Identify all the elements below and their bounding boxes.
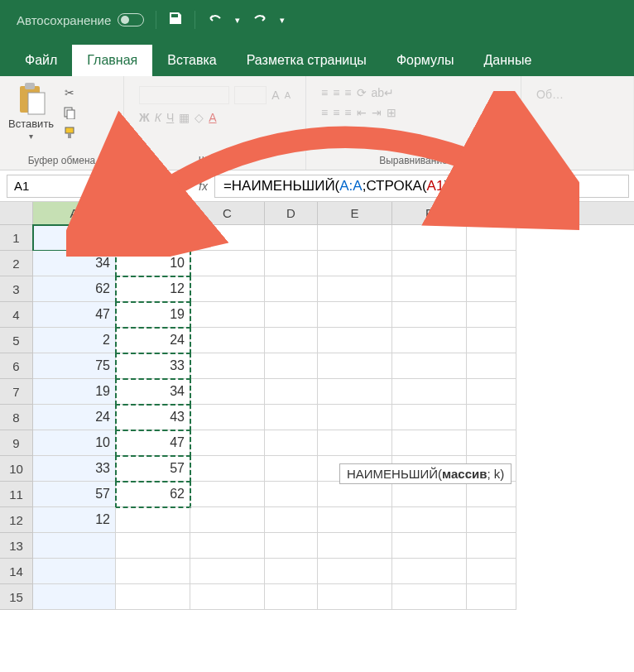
increase-font-icon[interactable]: A bbox=[271, 89, 279, 102]
row-header[interactable]: 5 bbox=[0, 328, 33, 353]
tab-formulas[interactable]: Формулы bbox=[382, 45, 469, 76]
col-header-b[interactable]: B bbox=[116, 202, 190, 224]
cell[interactable]: 19 bbox=[33, 379, 116, 405]
orientation-icon[interactable]: ⟳ bbox=[357, 86, 367, 99]
confirm-icon[interactable]: ✓ bbox=[168, 178, 192, 194]
cell[interactable] bbox=[190, 507, 265, 533]
row-header[interactable]: 2 bbox=[0, 251, 33, 276]
cell[interactable]: 10 bbox=[33, 430, 116, 456]
cell[interactable] bbox=[33, 559, 116, 584]
cell[interactable] bbox=[467, 302, 516, 328]
cell[interactable] bbox=[467, 225, 516, 251]
fill-color-icon[interactable]: ◇ bbox=[195, 111, 204, 124]
cell[interactable]: 43 bbox=[33, 225, 116, 251]
cell[interactable] bbox=[265, 225, 318, 251]
cell[interactable]: 19 bbox=[116, 302, 190, 328]
cell[interactable] bbox=[318, 302, 392, 328]
align-top-icon[interactable]: ≡ bbox=[321, 86, 328, 99]
row-header[interactable]: 4 bbox=[0, 302, 33, 328]
cell[interactable]: 33 bbox=[116, 353, 190, 379]
row-header[interactable]: 3 bbox=[0, 276, 33, 302]
font-size-select[interactable] bbox=[234, 86, 267, 104]
cell[interactable] bbox=[190, 251, 265, 276]
cell[interactable] bbox=[392, 559, 467, 584]
cell[interactable] bbox=[392, 302, 467, 328]
cell[interactable] bbox=[318, 276, 392, 302]
cell[interactable] bbox=[392, 276, 467, 302]
cell[interactable] bbox=[392, 430, 467, 456]
cell[interactable] bbox=[190, 328, 265, 353]
chevron-down-icon[interactable]: ▾ bbox=[280, 15, 285, 26]
cell[interactable] bbox=[467, 430, 516, 456]
formula-input[interactable]: =НАИМЕНЬШИЙ(A:A;СТРОКА(A1)) bbox=[214, 175, 629, 198]
cell[interactable]: 12 bbox=[33, 507, 116, 533]
cell[interactable] bbox=[190, 559, 265, 584]
col-header-a[interactable]: A bbox=[33, 202, 116, 224]
row-header[interactable]: 6 bbox=[0, 353, 33, 379]
cell[interactable] bbox=[318, 251, 392, 276]
cell[interactable] bbox=[467, 251, 516, 276]
cell[interactable]: 43 bbox=[116, 405, 190, 430]
cell[interactable]: 10 bbox=[116, 251, 190, 276]
chevron-down-icon[interactable]: ▾ bbox=[235, 15, 240, 26]
fx-icon[interactable]: fx bbox=[192, 180, 214, 193]
row-header[interactable]: 1 bbox=[0, 225, 33, 251]
cell[interactable] bbox=[467, 405, 516, 430]
autosave-toggle[interactable]: Автосохранение bbox=[17, 13, 144, 27]
cell[interactable] bbox=[116, 584, 190, 610]
cell[interactable] bbox=[467, 507, 516, 533]
col-header-e[interactable]: E bbox=[318, 202, 392, 224]
cell[interactable] bbox=[318, 328, 392, 353]
tab-layout[interactable]: Разметка страницы bbox=[232, 45, 382, 76]
cell[interactable]: 62 bbox=[33, 276, 116, 302]
cell[interactable] bbox=[392, 328, 467, 353]
cell[interactable] bbox=[318, 559, 392, 584]
tab-home[interactable]: Главная bbox=[72, 45, 152, 76]
cancel-icon[interactable]: ✕ bbox=[144, 178, 168, 194]
cell[interactable] bbox=[265, 584, 318, 610]
merge-cells-icon[interactable]: ⊞ bbox=[387, 106, 396, 119]
redo-icon[interactable] bbox=[252, 12, 268, 29]
cell[interactable] bbox=[265, 559, 318, 584]
row-header[interactable]: 13 bbox=[0, 533, 33, 559]
toggle-icon[interactable] bbox=[118, 13, 144, 26]
cell[interactable] bbox=[467, 328, 516, 353]
cell[interactable] bbox=[116, 559, 190, 584]
cell[interactable] bbox=[265, 507, 318, 533]
row-header[interactable]: 10 bbox=[0, 456, 33, 482]
cell[interactable] bbox=[190, 456, 265, 482]
cell[interactable] bbox=[318, 353, 392, 379]
font-name-select[interactable] bbox=[139, 86, 229, 104]
cell[interactable] bbox=[392, 405, 467, 430]
cell[interactable] bbox=[190, 533, 265, 559]
cell[interactable] bbox=[265, 276, 318, 302]
cell[interactable] bbox=[392, 225, 467, 251]
cell[interactable] bbox=[318, 584, 392, 610]
cell[interactable] bbox=[190, 302, 265, 328]
cell[interactable]: 2 bbox=[33, 328, 116, 353]
cell[interactable]: 47 bbox=[116, 430, 190, 456]
cell[interactable] bbox=[467, 276, 516, 302]
align-center-icon[interactable]: ≡ bbox=[333, 106, 339, 119]
cell[interactable] bbox=[392, 482, 467, 507]
copy-icon[interactable] bbox=[60, 104, 79, 121]
cell[interactable] bbox=[467, 482, 516, 507]
row-header[interactable]: 14 bbox=[0, 559, 33, 584]
cell[interactable] bbox=[190, 430, 265, 456]
cell[interactable]: 57 bbox=[116, 456, 190, 482]
cell[interactable] bbox=[392, 251, 467, 276]
format-painter-icon[interactable] bbox=[60, 124, 79, 141]
decrease-font-icon[interactable]: A bbox=[285, 90, 291, 100]
row-header[interactable]: 9 bbox=[0, 430, 33, 456]
cell[interactable] bbox=[318, 507, 392, 533]
cell[interactable]: 62 bbox=[116, 482, 190, 507]
paste-button[interactable]: Вставить ▾ bbox=[8, 81, 54, 141]
border-icon[interactable]: ▦ bbox=[179, 111, 190, 124]
cell[interactable] bbox=[190, 276, 265, 302]
cell[interactable] bbox=[190, 482, 265, 507]
cell[interactable]: 47 bbox=[33, 302, 116, 328]
cell[interactable] bbox=[318, 430, 392, 456]
cell[interactable] bbox=[33, 533, 116, 559]
cell[interactable] bbox=[265, 430, 318, 456]
cell[interactable] bbox=[265, 533, 318, 559]
